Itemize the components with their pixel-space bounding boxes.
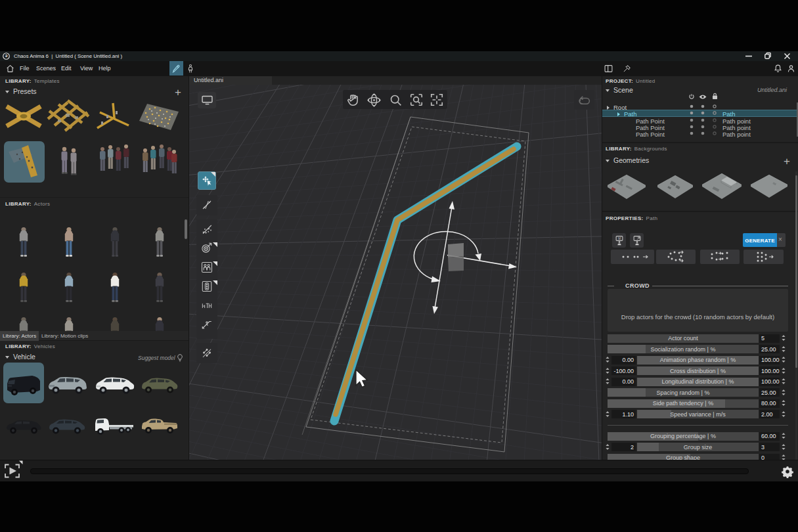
svg-text:e: e [5,54,7,58]
svg-text:M: M [618,237,621,240]
